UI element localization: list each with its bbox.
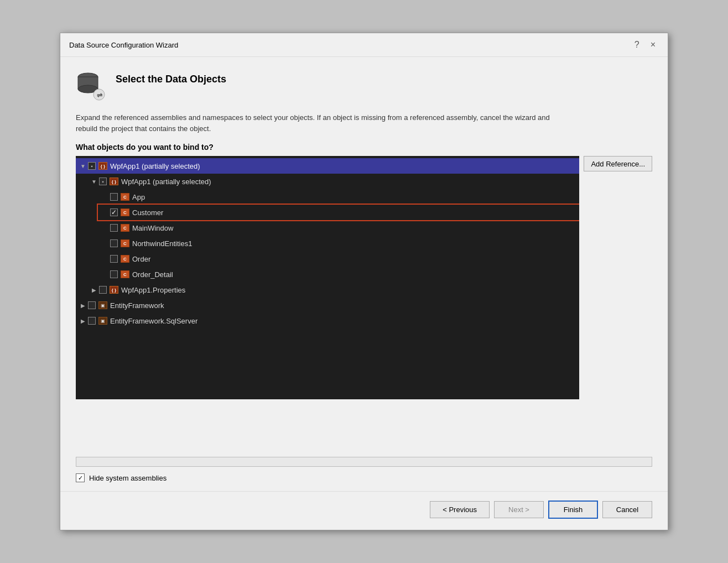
title-bar: Data Source Configuration Wizard ? × bbox=[60, 33, 668, 57]
db-icon: ⇌ bbox=[76, 70, 107, 101]
tree-checkbox-1[interactable]: ▪ bbox=[99, 178, 107, 185]
tree-row-wpfapp1-ns[interactable]: ▼ ▪ { } WpfApp1 (partially selected) bbox=[87, 174, 579, 189]
tree-checkbox-0[interactable]: ▪ bbox=[88, 162, 96, 170]
header-title: Select the Data Objects bbox=[116, 74, 226, 85]
tree-toggle-10[interactable]: ▶ bbox=[79, 317, 87, 325]
dialog: Data Source Configuration Wizard ? × ⇌ S… bbox=[60, 33, 668, 530]
tree-row-app[interactable]: C App bbox=[98, 189, 579, 205]
content-area: ⇌ Select the Data Objects Expand the ref… bbox=[60, 57, 668, 491]
class-icon-order: C bbox=[120, 254, 130, 264]
hide-system-label: Hide system assemblies bbox=[89, 474, 167, 482]
tree-row-order-detail[interactable]: C Order_Detail bbox=[98, 267, 579, 282]
tree-checkbox-2[interactable] bbox=[110, 193, 118, 201]
hide-system-row: ✓ Hide system assemblies bbox=[76, 473, 652, 482]
tree-row-customer[interactable]: ✓ C Customer bbox=[98, 205, 579, 220]
tree-label-ef: EntityFramework bbox=[110, 301, 164, 310]
tree-label-customer: Customer bbox=[132, 208, 163, 217]
tree-checkbox-4[interactable] bbox=[110, 224, 118, 232]
horizontal-scrollbar[interactable] bbox=[76, 457, 652, 467]
tree-row-mainwindow[interactable]: C MainWindow bbox=[98, 220, 579, 236]
tree-toggle-7 bbox=[101, 270, 109, 278]
previous-button[interactable]: < Previous bbox=[430, 501, 490, 518]
section-label: What objects do you want to bind to? bbox=[76, 143, 652, 152]
namespace-icon-props: { } bbox=[109, 285, 119, 295]
assembly-icon-ef: ▣ bbox=[98, 300, 108, 310]
object-tree[interactable]: ▼ ▪ { } WpfApp1 (partially selected) ▼ ▪… bbox=[76, 156, 579, 399]
tree-label-order-detail: Order_Detail bbox=[132, 270, 173, 279]
class-icon-northwind: C bbox=[120, 238, 130, 248]
tree-toggle-9[interactable]: ▶ bbox=[79, 301, 87, 309]
next-button: Next > bbox=[494, 501, 544, 518]
tree-label-northwind: NorthwindEntities1 bbox=[132, 239, 192, 248]
tree-toggle-5 bbox=[101, 239, 109, 247]
class-icon-order-detail: C bbox=[120, 269, 130, 279]
tree-toggle-4 bbox=[101, 224, 109, 232]
tree-checkbox-customer[interactable]: ✓ bbox=[110, 208, 118, 216]
tree-checkbox-9[interactable] bbox=[88, 301, 96, 309]
namespace-icon-0: { } bbox=[98, 161, 108, 171]
tree-label-1: WpfApp1 (partially selected) bbox=[121, 178, 211, 186]
close-button[interactable]: × bbox=[647, 39, 659, 51]
tree-row-properties[interactable]: ▶ { } WpfApp1.Properties bbox=[87, 282, 579, 298]
svg-text:⇌: ⇌ bbox=[97, 91, 102, 99]
tree-label-app: App bbox=[132, 193, 145, 201]
dialog-title: Data Source Configuration Wizard bbox=[69, 41, 178, 49]
tree-row-wpfapp1-root[interactable]: ▼ ▪ { } WpfApp1 (partially selected) bbox=[76, 158, 579, 174]
tree-toggle-1[interactable]: ▼ bbox=[90, 178, 98, 185]
tree-checkbox-7[interactable] bbox=[110, 270, 118, 278]
tree-toggle-3 bbox=[101, 208, 109, 216]
tree-label-props: WpfApp1.Properties bbox=[121, 286, 185, 294]
cancel-button[interactable]: Cancel bbox=[602, 501, 652, 518]
assembly-icon-ef-sql: ▣ bbox=[98, 316, 108, 326]
tree-toggle-2 bbox=[101, 193, 109, 201]
help-button[interactable]: ? bbox=[631, 39, 643, 51]
scrollbar-area bbox=[76, 457, 652, 467]
hide-system-checkbox[interactable]: ✓ bbox=[76, 473, 85, 482]
tree-label-0: WpfApp1 (partially selected) bbox=[110, 162, 200, 170]
tree-area: ▼ ▪ { } WpfApp1 (partially selected) ▼ ▪… bbox=[76, 156, 652, 455]
class-icon-app: C bbox=[120, 192, 130, 202]
tree-checkbox-6[interactable] bbox=[110, 255, 118, 263]
finish-button[interactable]: Finish bbox=[548, 501, 598, 519]
tree-row-northwind[interactable]: C NorthwindEntities1 bbox=[98, 236, 579, 251]
description-text: Expand the referenced assemblies and nam… bbox=[76, 112, 552, 134]
tree-row-ef-sql[interactable]: ▶ ▣ EntityFramework.SqlServer bbox=[76, 313, 579, 329]
tree-checkbox-5[interactable] bbox=[110, 239, 118, 247]
tree-label-ef-sql: EntityFramework.SqlServer bbox=[110, 317, 197, 325]
header-section: ⇌ Select the Data Objects bbox=[76, 70, 652, 101]
add-reference-button[interactable]: Add Reference... bbox=[584, 156, 652, 171]
footer: < Previous Next > Finish Cancel bbox=[60, 491, 668, 530]
class-icon-customer: C bbox=[120, 207, 130, 217]
tree-toggle-8[interactable]: ▶ bbox=[90, 286, 98, 294]
namespace-icon-1: { } bbox=[109, 176, 119, 186]
tree-label-mainwindow: MainWindow bbox=[132, 224, 173, 232]
tree-row-order[interactable]: C Order bbox=[98, 251, 579, 267]
tree-toggle-0[interactable]: ▼ bbox=[79, 162, 87, 170]
tree-toggle-6 bbox=[101, 255, 109, 263]
tree-label-order: Order bbox=[132, 255, 150, 263]
class-icon-mainwindow: C bbox=[120, 223, 130, 233]
tree-row-ef[interactable]: ▶ ▣ EntityFramework bbox=[76, 298, 579, 313]
tree-checkbox-10[interactable] bbox=[88, 317, 96, 325]
tree-checkbox-8[interactable] bbox=[99, 286, 107, 294]
title-bar-controls: ? × bbox=[631, 39, 659, 51]
